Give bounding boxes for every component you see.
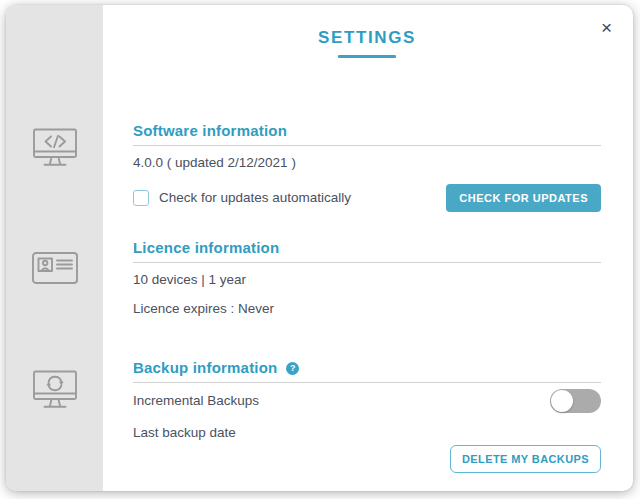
delete-my-backups-button[interactable]: DELETE MY BACKUPS <box>450 445 601 473</box>
licence-devices-text: 10 devices | 1 year <box>133 271 601 289</box>
auto-update-checkbox-group[interactable]: Check for updates automatically <box>133 189 351 207</box>
settings-content: × SETTINGS Software information 4.0.0 ( … <box>103 5 633 491</box>
close-icon[interactable]: × <box>601 18 612 37</box>
monitor-code-icon <box>31 127 79 175</box>
monitor-sync-icon <box>31 369 79 417</box>
backup-information-section: Backup information ? Incremental Backups… <box>133 359 601 473</box>
backup-heading-label: Backup information <box>133 359 277 377</box>
licence-heading-label: Licence information <box>133 239 279 257</box>
id-card-icon <box>31 251 79 290</box>
incremental-backups-label: Incremental Backups <box>133 392 259 410</box>
licence-information-section: Licence information 10 devices | 1 year … <box>133 239 601 318</box>
software-version-text: 4.0.0 ( updated 2/12/2021 ) <box>133 154 601 172</box>
software-heading-label: Software information <box>133 122 287 140</box>
auto-update-checkbox[interactable] <box>133 190 149 206</box>
incremental-backups-toggle[interactable] <box>550 389 601 413</box>
backup-section-heading: Backup information ? <box>133 359 601 383</box>
title-underline <box>338 55 396 58</box>
page-title: SETTINGS <box>133 28 601 48</box>
updates-row: Check for updates automatically CHECK FO… <box>133 184 601 212</box>
licence-section-heading: Licence information <box>133 239 601 263</box>
check-for-updates-button[interactable]: CHECK FOR UPDATES <box>446 184 601 212</box>
incremental-backups-row: Incremental Backups <box>133 389 601 413</box>
delete-backups-row: DELETE MY BACKUPS <box>133 445 601 473</box>
last-backup-date-label: Last backup date <box>133 424 601 442</box>
section-icon-rail <box>6 5 103 491</box>
licence-expires-text: Licence expires : Never <box>133 300 601 318</box>
auto-update-checkbox-label: Check for updates automatically <box>159 189 351 207</box>
toggle-knob <box>551 390 573 412</box>
settings-dialog: × SETTINGS Software information 4.0.0 ( … <box>6 5 633 491</box>
software-information-section: Software information 4.0.0 ( updated 2/1… <box>133 122 601 212</box>
software-section-heading: Software information <box>133 122 601 146</box>
help-icon[interactable]: ? <box>286 362 299 375</box>
